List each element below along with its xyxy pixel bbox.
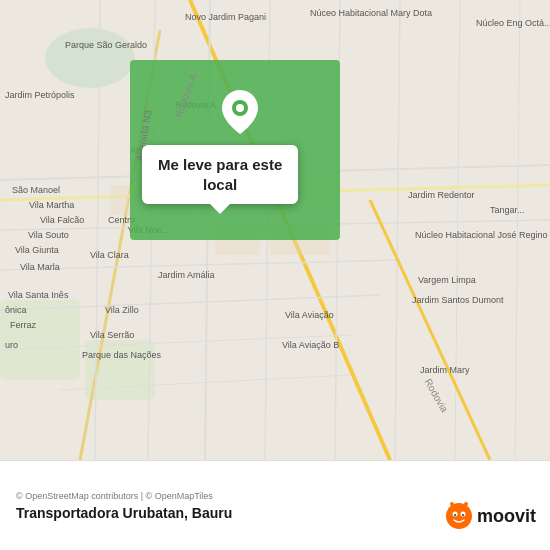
svg-point-1	[45, 28, 135, 88]
tooltip-line1: Me leve para este	[158, 156, 282, 173]
map-container: Novo Jardim PaganiNúceo Habitacional Mar…	[0, 0, 550, 460]
moovit-brand-text: moovit	[477, 506, 536, 527]
svg-point-27	[236, 104, 244, 112]
moovit-logo: moovit	[445, 502, 536, 530]
svg-rect-2	[0, 300, 80, 380]
svg-point-32	[462, 514, 464, 516]
location-pin	[222, 90, 258, 134]
tooltip-line2: local	[203, 176, 237, 193]
svg-point-35	[450, 502, 454, 506]
svg-point-31	[454, 514, 456, 516]
svg-point-36	[464, 502, 468, 506]
moovit-icon	[445, 502, 473, 530]
bottom-info: © OpenStreetMap contributors | © OpenMap…	[16, 491, 232, 521]
tooltip-bubble[interactable]: Me leve para este local	[142, 145, 298, 204]
attribution: © OpenStreetMap contributors | © OpenMap…	[16, 491, 232, 501]
location-name: Transportadora Urubatan, Bauru	[16, 505, 232, 521]
svg-point-28	[446, 503, 472, 529]
bottom-bar: © OpenStreetMap contributors | © OpenMap…	[0, 460, 550, 550]
